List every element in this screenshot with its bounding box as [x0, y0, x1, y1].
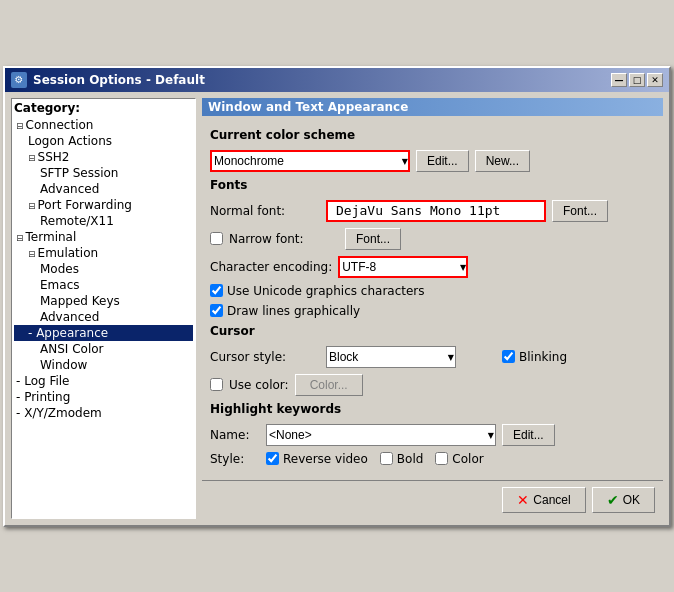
cursor-style-row: Cursor style: Block Underline Vertical B… — [210, 346, 655, 368]
sidebar-item-connection[interactable]: ⊟Connection — [14, 117, 193, 133]
blinking-checkbox[interactable] — [502, 350, 515, 363]
bold-label: Bold — [397, 452, 424, 466]
section-body: Current color scheme Monochrome White/Bl… — [202, 122, 663, 472]
sidebar-item-emacs[interactable]: Emacs — [14, 277, 193, 293]
sidebar-item-xy-zmodem[interactable]: - X/Y/Zmodem — [14, 405, 193, 421]
draw-lines-row: Draw lines graphically — [210, 304, 655, 318]
color-checkbox[interactable] — [435, 452, 448, 465]
color-scheme-select[interactable]: Monochrome White/Black Black/White — [210, 150, 410, 172]
cancel-label: Cancel — [533, 493, 570, 507]
use-color-label: Use color: — [229, 378, 289, 392]
sidebar-item-mapped-keys[interactable]: Mapped Keys — [14, 293, 193, 309]
bold-container: Bold — [380, 452, 424, 466]
sidebar-item-modes[interactable]: Modes — [14, 261, 193, 277]
normal-font-display: DejaVu Sans Mono 11pt — [326, 200, 546, 222]
reverse-video-container: Reverse video — [266, 452, 368, 466]
sidebar-item-advanced-ssh2[interactable]: Advanced — [14, 181, 193, 197]
category-tree: Category: ⊟Connection Logon Actions ⊟SSH… — [11, 98, 196, 519]
normal-font-row: Normal font: DejaVu Sans Mono 11pt Font.… — [210, 200, 655, 222]
cancel-icon: ✕ — [517, 492, 529, 508]
sidebar-item-advanced-terminal[interactable]: Advanced — [14, 309, 193, 325]
char-encoding-select-wrapper: UTF-8 ISO-8859-1 ASCII — [338, 256, 468, 278]
color-scheme-select-wrapper: Monochrome White/Black Black/White — [210, 150, 410, 172]
char-encoding-label: Character encoding: — [210, 260, 332, 274]
ok-label: OK — [623, 493, 640, 507]
sidebar-item-ssh2[interactable]: ⊟SSH2 — [14, 149, 193, 165]
unicode-checkbox[interactable] — [210, 284, 223, 297]
bold-checkbox[interactable] — [380, 452, 393, 465]
sidebar-item-appearance[interactable]: - Appearance — [14, 325, 193, 341]
titlebar-controls: — □ ✕ — [611, 73, 663, 87]
sidebar-item-printing[interactable]: - Printing — [14, 389, 193, 405]
narrow-font-label: Narrow font: — [229, 232, 339, 246]
char-encoding-select[interactable]: UTF-8 ISO-8859-1 ASCII — [338, 256, 468, 278]
main-content: Category: ⊟Connection Logon Actions ⊟SSH… — [5, 92, 669, 525]
char-encoding-row: Character encoding: UTF-8 ISO-8859-1 ASC… — [210, 256, 655, 278]
maximize-button[interactable]: □ — [629, 73, 645, 87]
cursor-style-select[interactable]: Block Underline Vertical Bar — [326, 346, 456, 368]
ok-icon: ✔ — [607, 492, 619, 508]
color-button[interactable]: Color... — [295, 374, 363, 396]
reverse-video-checkbox[interactable] — [266, 452, 279, 465]
normal-font-label: Normal font: — [210, 204, 320, 218]
unicode-row: Use Unicode graphics characters — [210, 284, 655, 298]
highlight-style-row: Style: Reverse video Bold Color — [210, 452, 655, 466]
highlight-name-select[interactable]: <None> — [266, 424, 496, 446]
highlight-name-row: Name: <None> Edit... — [210, 424, 655, 446]
color-container: Color — [435, 452, 483, 466]
session-options-window: ⚙ Session Options - Default — □ ✕ Catego… — [3, 66, 671, 527]
sidebar-item-window[interactable]: Window — [14, 357, 193, 373]
category-label: Category: — [14, 101, 193, 115]
edit-color-scheme-button[interactable]: Edit... — [416, 150, 469, 172]
titlebar: ⚙ Session Options - Default — □ ✕ — [5, 68, 669, 92]
sidebar-item-logon-actions[interactable]: Logon Actions — [14, 133, 193, 149]
cancel-button[interactable]: ✕ Cancel — [502, 487, 585, 513]
use-color-row: Use color: Color... — [210, 374, 655, 396]
sidebar-item-remote-x11[interactable]: Remote/X11 — [14, 213, 193, 229]
section-header: Window and Text Appearance — [202, 98, 663, 116]
sidebar-item-log-file[interactable]: - Log File — [14, 373, 193, 389]
fonts-label: Fonts — [210, 178, 655, 192]
color-label: Color — [452, 452, 483, 466]
cursor-style-select-wrapper: Block Underline Vertical Bar — [326, 346, 456, 368]
sidebar-item-ansi-color[interactable]: ANSI Color — [14, 341, 193, 357]
window-title: Session Options - Default — [33, 73, 205, 87]
color-scheme-row: Monochrome White/Black Black/White Edit.… — [210, 150, 655, 172]
reverse-video-label: Reverse video — [283, 452, 368, 466]
narrow-font-button[interactable]: Font... — [345, 228, 401, 250]
sidebar-item-port-forwarding[interactable]: ⊟Port Forwarding — [14, 197, 193, 213]
close-button[interactable]: ✕ — [647, 73, 663, 87]
right-panel: Window and Text Appearance Current color… — [202, 98, 663, 519]
sidebar-item-sftp-session[interactable]: SFTP Session — [14, 165, 193, 181]
minimize-button[interactable]: — — [611, 73, 627, 87]
normal-font-button[interactable]: Font... — [552, 200, 608, 222]
cursor-style-label: Cursor style: — [210, 350, 320, 364]
sidebar-item-emulation[interactable]: ⊟Emulation — [14, 245, 193, 261]
sidebar-item-terminal[interactable]: ⊟Terminal — [14, 229, 193, 245]
narrow-font-checkbox[interactable] — [210, 232, 223, 245]
highlight-style-label: Style: — [210, 452, 260, 466]
color-scheme-label: Current color scheme — [210, 128, 655, 142]
new-color-scheme-button[interactable]: New... — [475, 150, 530, 172]
window-icon: ⚙ — [11, 72, 27, 88]
unicode-label: Use Unicode graphics characters — [227, 284, 425, 298]
blinking-container: Blinking — [502, 350, 567, 364]
ok-button[interactable]: ✔ OK — [592, 487, 655, 513]
use-color-checkbox[interactable] — [210, 378, 223, 391]
highlight-name-label: Name: — [210, 428, 260, 442]
cursor-label: Cursor — [210, 324, 655, 338]
highlight-edit-button[interactable]: Edit... — [502, 424, 555, 446]
highlight-name-select-wrapper: <None> — [266, 424, 496, 446]
draw-lines-checkbox[interactable] — [210, 304, 223, 317]
draw-lines-label: Draw lines graphically — [227, 304, 360, 318]
bottom-bar: ✕ Cancel ✔ OK — [202, 480, 663, 519]
blinking-label: Blinking — [519, 350, 567, 364]
narrow-font-row: Narrow font: Font... — [210, 228, 655, 250]
highlight-label: Highlight keywords — [210, 402, 655, 416]
